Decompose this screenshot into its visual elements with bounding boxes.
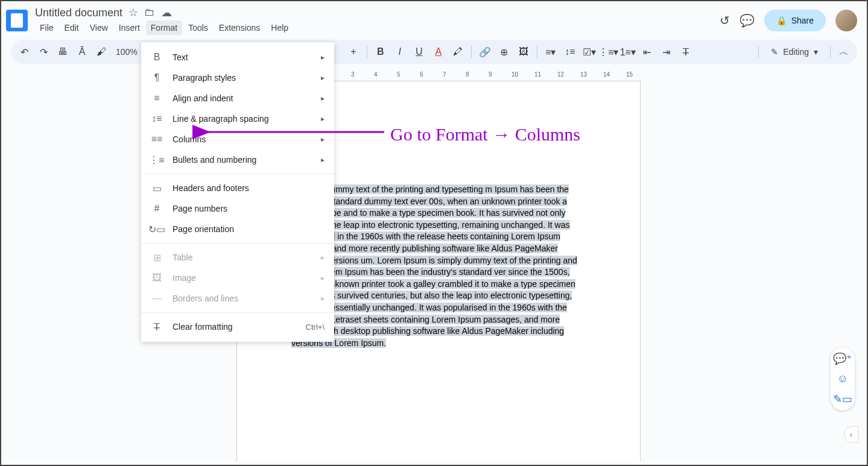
undo-button[interactable]: ↶	[16, 43, 33, 60]
page-numbers-icon: #	[151, 203, 163, 215]
increase-font-button[interactable]: +	[345, 43, 362, 60]
borders-and-lines-icon: —	[151, 292, 163, 304]
ruler-vertical[interactable]	[7, 81, 19, 461]
title-area: Untitled document ☆ 🗀 ☁ FileEditViewInse…	[35, 6, 720, 35]
docs-logo-icon[interactable]	[6, 10, 28, 31]
menubar-insert[interactable]: Insert	[114, 20, 145, 35]
menu-item-label: Image	[173, 273, 321, 283]
header-right: ↺ 💬 🔒 Share	[720, 10, 857, 31]
menu-item-label: Clear formatting	[173, 322, 306, 332]
menubar: FileEditViewInsertFormatToolsExtensionsH…	[35, 20, 720, 35]
format-menu-page-numbers[interactable]: #Page numbers	[141, 198, 334, 219]
submenu-arrow-icon: ▸	[321, 135, 325, 143]
checklist-button[interactable]: ☑▾	[581, 43, 598, 60]
editing-label: Editing	[783, 47, 809, 57]
editing-mode-button[interactable]: ✎ Editing ▾	[764, 45, 825, 59]
submenu-arrow-icon: ▸	[321, 74, 325, 82]
submenu-arrow-icon: ▸	[321, 115, 325, 123]
toolbar: ↶ ↷ 🖶 Ă 🖌 100% + B I U A 🖍 🔗 ⊕ 🖼 ≡▾ ↕≡ ☑…	[11, 40, 857, 64]
add-emoji-button[interactable]: ☺	[837, 373, 848, 385]
zoom-selector[interactable]: 100%	[112, 47, 141, 57]
format-menu-align-and-indent[interactable]: ≡Align and indent▸	[141, 88, 334, 109]
print-button[interactable]: 🖶	[54, 43, 71, 60]
insert-image-button[interactable]: 🖼	[515, 43, 532, 60]
submenu-arrow-icon: ▸	[321, 94, 325, 102]
format-menu-paragraph-styles[interactable]: ¶Paragraph styles▸	[141, 68, 334, 88]
format-menu-line-paragraph-spacing[interactable]: ↕≡Line & paragraph spacing▸	[141, 109, 334, 129]
floating-actions: 💬⁺ ☺ ✎▭	[831, 347, 855, 411]
format-menu-text[interactable]: BText▸	[141, 47, 334, 68]
menubar-help[interactable]: Help	[266, 20, 293, 35]
underline-button[interactable]: U	[411, 43, 428, 60]
side-panel-toggle[interactable]: ‹	[844, 426, 858, 443]
text-icon: B	[151, 51, 163, 63]
menu-item-shortcut: Ctrl+\	[306, 323, 325, 332]
text-color-button[interactable]: A	[430, 43, 447, 60]
menu-item-label: Text	[173, 52, 321, 62]
insert-link-button[interactable]: 🔗	[477, 43, 493, 60]
clear-formatting-button[interactable]: T̶	[677, 43, 694, 60]
format-menu-columns[interactable]: ≡≡Columns▸	[141, 129, 334, 150]
page-orientation-icon: ↻▭	[151, 223, 163, 235]
share-label: Share	[791, 16, 814, 25]
format-menu-clear-formatting[interactable]: T̶Clear formattingCtrl+\	[141, 316, 334, 337]
share-button[interactable]: 🔒 Share	[764, 10, 826, 31]
avatar[interactable]	[835, 10, 857, 31]
menu-item-label: Page numbers	[173, 204, 325, 213]
insert-comment-button[interactable]: ⊕	[496, 43, 513, 60]
history-icon[interactable]: ↺	[720, 13, 730, 28]
format-menu-image: 🖼Image▸	[141, 268, 334, 288]
menu-item-label: Table	[173, 253, 321, 262]
bullets-and-numbering-icon: ⋮≡	[151, 154, 163, 166]
format-menu-borders-and-lines: —Borders and lines▸	[141, 288, 334, 309]
bulleted-list-button[interactable]: ⋮≡▾	[600, 43, 617, 60]
suggest-edits-button[interactable]: ✎▭	[833, 392, 852, 406]
collapse-toolbar-button[interactable]: ︿	[835, 43, 852, 60]
document-text-selected[interactable]: is simply dummy text of the printing and…	[291, 184, 581, 349]
numbered-list-button[interactable]: 1≡▾	[619, 43, 636, 60]
paint-format-button[interactable]: 🖌	[93, 43, 110, 60]
increase-indent-button[interactable]: ⇥	[658, 43, 675, 60]
menu-item-label: Borders and lines	[173, 294, 321, 303]
star-icon[interactable]: ☆	[128, 6, 138, 19]
submenu-arrow-icon: ▸	[321, 253, 325, 262]
menu-item-label: Line & paragraph spacing	[173, 114, 321, 124]
move-icon[interactable]: 🗀	[144, 6, 155, 19]
menu-item-label: Page orientation	[173, 224, 325, 234]
line-spacing-button[interactable]: ↕≡	[562, 43, 578, 60]
columns-icon: ≡≡	[151, 133, 163, 145]
format-menu-page-orientation[interactable]: ↻▭Page orientation	[141, 219, 334, 239]
pencil-icon: ✎	[771, 47, 778, 57]
decrease-indent-button[interactable]: ⇤	[639, 43, 656, 60]
header: Untitled document ☆ 🗀 ☁ FileEditViewInse…	[1, 1, 867, 35]
menubar-edit[interactable]: Edit	[60, 20, 84, 35]
submenu-arrow-icon: ▸	[321, 53, 325, 61]
add-comment-button[interactable]: 💬⁺	[833, 352, 852, 365]
submenu-arrow-icon: ▸	[321, 274, 325, 282]
headers-and-footers-icon: ▭	[151, 182, 163, 194]
format-menu-bullets-and-numbering[interactable]: ⋮≡Bullets and numbering▸	[141, 150, 334, 170]
paragraph-styles-icon: ¶	[151, 72, 163, 84]
format-menu-table: ⊞Table▸	[141, 247, 334, 268]
document-title[interactable]: Untitled document	[35, 7, 122, 19]
document-area: is simply dummy text of the printing and…	[7, 81, 861, 461]
highlight-button[interactable]: 🖍	[449, 43, 466, 60]
format-menu-headers-and-footers[interactable]: ▭Headers and footers	[141, 178, 334, 198]
chevron-down-icon: ▾	[814, 47, 818, 57]
menubar-view[interactable]: View	[85, 20, 113, 35]
menubar-extensions[interactable]: Extensions	[214, 20, 265, 35]
submenu-arrow-icon: ▸	[321, 156, 325, 164]
menu-item-label: Columns	[173, 134, 321, 144]
bold-button[interactable]: B	[372, 43, 389, 60]
italic-button[interactable]: I	[391, 43, 408, 60]
align-button[interactable]: ≡▾	[542, 43, 559, 60]
comments-icon[interactable]: 💬	[740, 13, 755, 28]
cloud-status-icon[interactable]: ☁	[161, 6, 172, 19]
menubar-tools[interactable]: Tools	[183, 20, 213, 35]
redo-button[interactable]: ↷	[35, 43, 52, 60]
menu-item-label: Bullets and numbering	[173, 155, 321, 165]
menubar-file[interactable]: File	[35, 20, 59, 35]
clear-formatting-icon: T̶	[151, 321, 163, 333]
menubar-format[interactable]: Format	[146, 20, 182, 35]
spellcheck-button[interactable]: Ă	[74, 43, 90, 60]
